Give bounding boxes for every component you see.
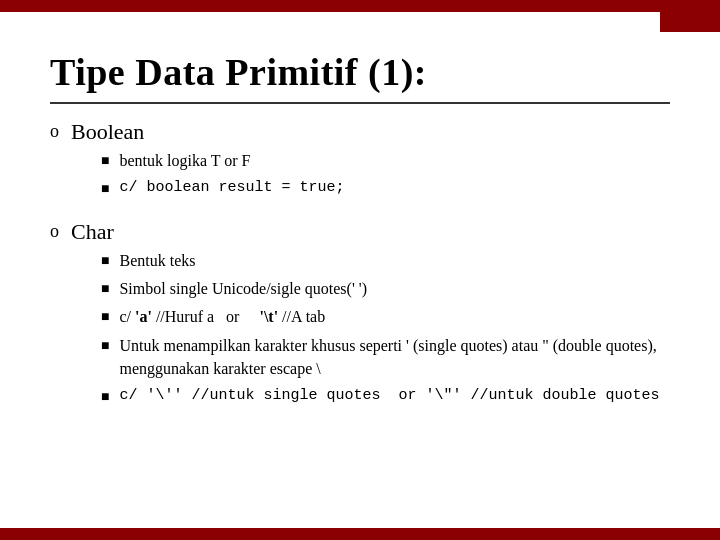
sub-text: c/ '\'' //untuk single quotes or '\"' //… xyxy=(119,385,659,407)
sub-item: ■ Bentuk teks xyxy=(101,249,670,272)
boolean-sub-list: ■ bentuk logika T or F ■ c/ boolean resu… xyxy=(101,149,345,199)
sub-bullet: ■ xyxy=(101,251,109,271)
sub-bullet: ■ xyxy=(101,336,109,356)
sub-bullet: ■ xyxy=(101,151,109,171)
sub-bullet: ■ xyxy=(101,179,109,199)
content-area: o Boolean ■ bentuk logika T or F ■ c/ bo… xyxy=(50,119,670,415)
bottom-bar xyxy=(0,528,720,540)
slide: Tipe Data Primitif (1): o Boolean ■ bent… xyxy=(0,0,720,540)
sub-item: ■ Simbol single Unicode/sigle quotes(' '… xyxy=(101,277,670,300)
sub-text: bentuk logika T or F xyxy=(119,149,250,172)
main-item-boolean: o Boolean ■ bentuk logika T or F ■ c/ bo… xyxy=(50,119,670,207)
top-right-accent xyxy=(660,12,720,32)
sub-item: ■ c/ 'a' //Huruf a or '\t' //A tab xyxy=(101,305,670,328)
sub-bullet: ■ xyxy=(101,279,109,299)
sub-text: c/ 'a' //Huruf a or '\t' //A tab xyxy=(119,305,325,328)
main-item-char: o Char ■ Bentuk teks ■ Simbol single Uni… xyxy=(50,219,670,415)
title-area: Tipe Data Primitif (1): xyxy=(50,50,670,104)
top-bar xyxy=(0,0,720,12)
sub-item: ■ c/ '\'' //untuk single quotes or '\"' … xyxy=(101,385,670,407)
sub-bullet: ■ xyxy=(101,307,109,327)
sub-item: ■ Untuk menampilkan karakter khusus sepe… xyxy=(101,334,670,380)
sub-item: ■ c/ boolean result = true; xyxy=(101,177,345,199)
sub-text: Simbol single Unicode/sigle quotes(' ') xyxy=(119,277,367,300)
bullet-char: o xyxy=(50,221,59,242)
sub-bullet: ■ xyxy=(101,387,109,407)
char-label: Char xyxy=(71,219,114,244)
sub-item: ■ bentuk logika T or F xyxy=(101,149,345,172)
sub-text: c/ boolean result = true; xyxy=(119,177,344,199)
boolean-label: Boolean xyxy=(71,119,144,144)
bullet-boolean: o xyxy=(50,121,59,142)
sub-text: Untuk menampilkan karakter khusus sepert… xyxy=(119,334,670,380)
sub-text: Bentuk teks xyxy=(119,249,195,272)
slide-title: Tipe Data Primitif (1): xyxy=(50,50,670,94)
char-sub-list: ■ Bentuk teks ■ Simbol single Unicode/si… xyxy=(101,249,670,407)
